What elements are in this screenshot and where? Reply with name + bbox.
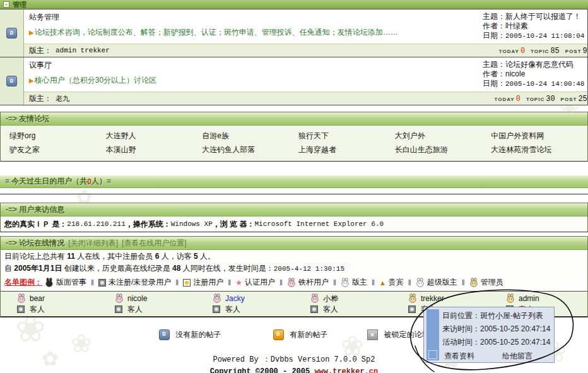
loyal-user-bunny-icon bbox=[213, 293, 221, 303]
lastpost-topic-link[interactable]: 论坛好像有恶意代码 bbox=[505, 60, 573, 69]
online-record-line: 自 2005年1月1日 创建以来，历史最高在线纪录是 48 人同时在线，发生时间… bbox=[1, 262, 587, 275]
forum-table: D 站务管理 ▶论坛技术咨询，论坛制度公布、解答；新驴报到、认证；斑竹申请、管理… bbox=[0, 9, 588, 105]
online-user-cell: 小桦 客人 bbox=[294, 293, 392, 316]
super-moderator-bunny-icon bbox=[416, 278, 425, 287]
locked-forum-icon: × bbox=[367, 329, 378, 340]
view-user-position-link[interactable]: [查看在线用户位置] bbox=[122, 238, 187, 249]
visitor-info-header: -=> 用户来访信息 bbox=[1, 203, 587, 216]
site-tld: .cn bbox=[365, 367, 379, 373]
user-legend-line: 名单图例： 版面管事 ‖ 未注册/未登录用户 ‖ 注册用户 ‖ ★认证用户 ‖ … bbox=[1, 275, 587, 292]
founding-date: 2005年1月1日 bbox=[14, 264, 62, 273]
username-link[interactable]: Jacky bbox=[225, 294, 245, 303]
user-info-tooltip: 目前位置：斑竹小屋-帖子列表 来访时间：2005-10-25 20:47:14 … bbox=[423, 307, 555, 363]
arrow-bullet-icon: ▶ bbox=[29, 77, 34, 84]
collapse-icon[interactable]: - bbox=[3, 1, 9, 8]
user-status: 客人 bbox=[323, 305, 338, 314]
forum-name-link[interactable]: 议事厅 bbox=[29, 60, 52, 71]
today-label: TODAY bbox=[499, 49, 519, 54]
guest-user-icon bbox=[310, 305, 318, 313]
online-total: 11 bbox=[67, 252, 75, 261]
arrow-bullet-icon: ▶ bbox=[29, 29, 34, 36]
guest-user-icon bbox=[17, 305, 25, 313]
browser-value: Microsoft Internet Explorer 6.0 bbox=[254, 220, 384, 228]
username-link[interactable]: bear bbox=[30, 294, 45, 303]
forum-name-link[interactable]: 站务管理 bbox=[29, 12, 59, 23]
registered-user-icon bbox=[183, 279, 191, 287]
lastpost-author-link[interactable]: 叶绿素 bbox=[505, 21, 528, 30]
os-label: ，操作系统： bbox=[126, 219, 171, 230]
online-status-box: -=> 论坛在线情况 [关闭详细列表] [查看在线用户位置] 目前论坛上总共有 … bbox=[0, 236, 588, 317]
leave-message-link[interactable]: 给他留言 bbox=[502, 349, 532, 363]
friend-link[interactable]: 大连钓鱼人部落 bbox=[202, 143, 298, 157]
username-link[interactable]: nicole bbox=[127, 294, 147, 303]
friend-link[interactable]: 大连野人 bbox=[106, 129, 203, 143]
visitor-info-title: -=> 用户来访信息 bbox=[6, 204, 64, 215]
lastpost-topic-label: 主题： bbox=[483, 60, 505, 69]
moderator-bunny-icon bbox=[341, 278, 350, 287]
ip-value: 218.61.210.211 bbox=[67, 220, 125, 228]
username-link[interactable]: admin bbox=[519, 294, 539, 303]
loyal-user-bunny-icon bbox=[115, 293, 124, 303]
separator: ‖ bbox=[462, 278, 465, 287]
friend-link[interactable]: 上海穿越者 bbox=[298, 143, 395, 157]
friend-link[interactable]: 大刘户外 bbox=[395, 129, 491, 143]
separator: ‖ bbox=[175, 278, 179, 287]
lastpost-date: 2005-10-24 11:08:04 bbox=[505, 32, 584, 40]
separator: ‖ bbox=[91, 278, 94, 287]
friend-link[interactable]: 自游e族 bbox=[202, 129, 298, 143]
forum-lastpost-info: 主题：论坛好像有恶意代码 作者：nicole 日期：2005-10-24 14:… bbox=[483, 60, 586, 89]
lastpost-date-label: 日期： bbox=[483, 79, 505, 88]
tooltip-location-row: 目前位置：斑竹小屋-帖子列表 bbox=[424, 307, 554, 323]
today-count: 0 bbox=[520, 47, 525, 56]
birthday-text: 人）≡ bbox=[91, 176, 111, 187]
friend-link[interactable]: 大连林苑滑雪论坛 bbox=[491, 143, 587, 157]
forum-stats: TODAY0 TOPIC85 POST95 bbox=[499, 44, 588, 57]
close-detail-list-link[interactable]: [关闭详细列表] bbox=[68, 238, 118, 249]
forum-content: 站务管理 ▶论坛技术咨询，论坛制度公布、解答；新驴报到、认证；斑竹申请、管理投诉… bbox=[24, 9, 587, 57]
lastpost-topic-link[interactable]: 新人终于可以报道了！ bbox=[505, 12, 581, 21]
lastpost-date: 2005-10-24 14:00:48 bbox=[505, 80, 584, 88]
friend-link[interactable]: 中国户外资料网 bbox=[491, 129, 587, 143]
lastpost-author-link[interactable]: nicole bbox=[505, 69, 525, 78]
username-link[interactable]: 小桦 bbox=[323, 294, 338, 303]
lastpost-author-label: 作者： bbox=[483, 69, 505, 78]
today-label: TODAY bbox=[495, 97, 515, 102]
forum-stats: TODAY0 TOPIC30 POST259 bbox=[495, 92, 588, 105]
forum-status-icon: D bbox=[6, 28, 17, 38]
post-label: POST bbox=[565, 49, 582, 54]
tooltip-visit-value: 2005-10-25 20:47:14 bbox=[480, 324, 550, 333]
forum-bottom-strip: 版主： admin trekker TODAY0 TOPIC85 POST95 bbox=[24, 44, 587, 57]
tooltip-location-value: 斑竹小屋-帖子列表 bbox=[480, 311, 543, 320]
username-link[interactable]: trekker bbox=[421, 294, 444, 303]
post-count: 95 bbox=[583, 47, 588, 56]
site-link[interactable]: www.trekker bbox=[314, 367, 364, 373]
friend-link[interactable]: 本溪山野 bbox=[106, 143, 203, 157]
lastpost-date-label: 日期： bbox=[483, 31, 505, 40]
os-value: Windows XP bbox=[171, 220, 213, 228]
visitor-info-body: 您的真实ＩＰ 是： 218.61.210.211 ，操作系统： Windows … bbox=[1, 216, 587, 232]
vip-triangle-icon: ▲ bbox=[379, 279, 386, 287]
friend-link[interactable]: 狼行天下 bbox=[298, 129, 395, 143]
category-title: 管理 bbox=[13, 0, 26, 9]
forum-status-icon: D bbox=[6, 76, 17, 86]
locked-forum-label: 被锁定的论坛 bbox=[384, 329, 430, 340]
moderator-links[interactable]: admin trekker bbox=[56, 47, 110, 54]
separator: ‖ bbox=[372, 278, 375, 287]
moderator-links[interactable]: 老九 bbox=[56, 94, 69, 104]
no-new-posts-icon: D bbox=[159, 329, 170, 340]
admin-bunny-icon bbox=[408, 293, 417, 303]
friend-forums-body: 绿野org 大连野人 自游e族 狼行天下 大刘户外 中国户外资料网 驴友之家 本… bbox=[1, 126, 587, 161]
tooltip-visit-row: 来访时间：2005-10-25 20:47:14 bbox=[424, 323, 554, 336]
separator: ‖ bbox=[228, 278, 231, 287]
moderator-label: 版主： bbox=[29, 93, 52, 104]
guest-user-icon bbox=[115, 305, 122, 313]
legend-label: 名单图例： bbox=[4, 277, 42, 288]
friend-link[interactable]: 长白山生态旅游 bbox=[395, 143, 491, 157]
friend-forums-title: -=> 友情论坛 bbox=[6, 114, 49, 124]
legend-item-label: 管理员 bbox=[481, 277, 503, 288]
online-status-title: -=> 论坛在线情况 bbox=[6, 238, 64, 249]
forum-bottom-strip: 版主： 老九 TODAY0 TOPIC30 POST259 bbox=[24, 92, 587, 105]
friend-link[interactable]: 绿野org bbox=[9, 129, 106, 143]
friend-link[interactable]: 驴友之家 bbox=[9, 143, 106, 157]
view-profile-link[interactable]: 查看资料 bbox=[444, 349, 474, 363]
